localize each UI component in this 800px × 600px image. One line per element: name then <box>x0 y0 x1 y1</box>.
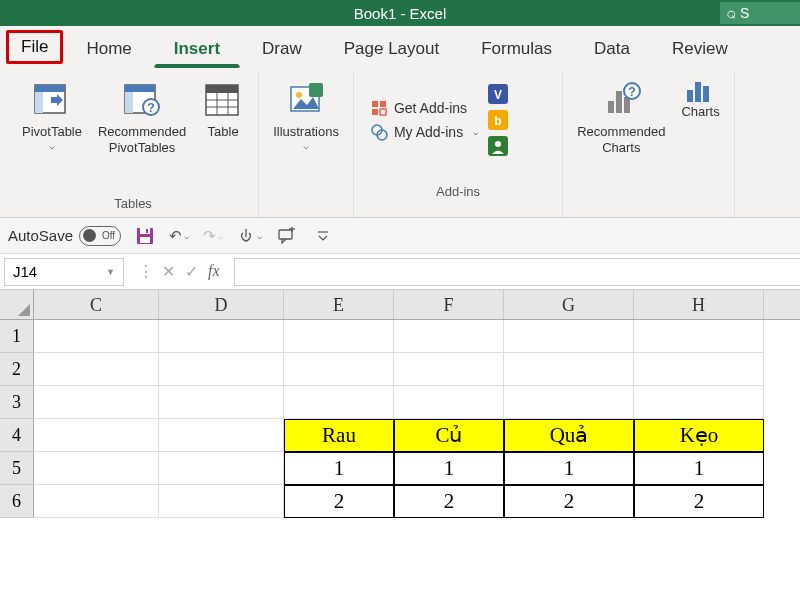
visio-icon[interactable]: V <box>488 84 508 104</box>
illustrations-icon <box>285 76 327 124</box>
search-box[interactable]: S <box>720 2 800 24</box>
bing-icon[interactable]: b <box>488 110 508 130</box>
svg-text:?: ? <box>628 84 636 99</box>
recommended-pivot-icon: ? <box>121 76 163 124</box>
cell[interactable] <box>284 386 394 419</box>
cell[interactable]: 1 <box>634 452 764 485</box>
tab-file[interactable]: File <box>6 30 63 64</box>
recommended-pivottables-button[interactable]: ? Recommended PivotTables <box>94 72 190 159</box>
cell[interactable] <box>34 419 159 452</box>
cancel-icon[interactable]: ✕ <box>162 262 175 281</box>
cell[interactable] <box>159 353 284 386</box>
cell[interactable] <box>34 353 159 386</box>
undo-button[interactable]: ↶⌵ <box>169 227 189 245</box>
fx-label[interactable]: fx <box>208 262 220 281</box>
get-addins-button[interactable]: Get Add-ins <box>370 99 478 117</box>
cell[interactable]: 2 <box>284 485 394 518</box>
formula-bar: J14▼ ⋮ ✕ ✓ fx <box>0 254 800 290</box>
cell[interactable] <box>159 386 284 419</box>
cell[interactable]: 1 <box>394 452 504 485</box>
dots-icon: ⋮ <box>138 262 152 281</box>
svg-rect-35 <box>695 82 701 102</box>
cell[interactable] <box>34 485 159 518</box>
ribbon-group-charts: ? Recommended Charts Charts <box>563 72 734 217</box>
name-box[interactable]: J14▼ <box>4 258 124 286</box>
tab-review[interactable]: Review <box>651 26 749 68</box>
cell[interactable]: Kẹo <box>634 419 764 452</box>
redo-button[interactable]: ↷⌵ <box>203 227 223 245</box>
touch-button[interactable]: ⌵ <box>237 227 262 245</box>
cell[interactable] <box>34 386 159 419</box>
qat-customize-button[interactable] <box>316 229 330 243</box>
svg-rect-34 <box>687 90 693 102</box>
app-title: Book1 - Excel <box>354 5 447 22</box>
cell[interactable] <box>394 320 504 353</box>
tab-draw[interactable]: Draw <box>241 26 323 68</box>
svg-rect-41 <box>279 230 292 239</box>
comment-button[interactable] <box>276 227 296 245</box>
cell[interactable] <box>34 320 159 353</box>
cell[interactable] <box>159 419 284 452</box>
save-button[interactable] <box>135 226 155 246</box>
row-header[interactable]: 1 <box>0 320 34 353</box>
col-header[interactable]: C <box>34 290 159 319</box>
table-button[interactable]: Table <box>198 72 248 144</box>
select-all-corner[interactable] <box>0 290 34 320</box>
autosave-toggle[interactable]: AutoSave <box>8 226 121 246</box>
cell[interactable] <box>634 386 764 419</box>
cell[interactable] <box>504 353 634 386</box>
cell[interactable] <box>634 353 764 386</box>
cell[interactable] <box>159 320 284 353</box>
col-header[interactable]: F <box>394 290 504 319</box>
illustrations-button[interactable]: Illustrations⌵ <box>269 72 343 155</box>
tab-home[interactable]: Home <box>65 26 152 68</box>
tab-data[interactable]: Data <box>573 26 651 68</box>
quick-access-toolbar: AutoSave ↶⌵ ↷⌵ ⌵ <box>0 218 800 254</box>
col-header[interactable]: D <box>159 290 284 319</box>
row-header[interactable]: 4 <box>0 419 34 452</box>
cell[interactable]: 1 <box>504 452 634 485</box>
cell[interactable]: 2 <box>394 485 504 518</box>
spreadsheet-grid[interactable]: C D E F G H 1 2 3 4RauCủQuảKẹo 51111 622… <box>0 290 800 518</box>
my-addins-button[interactable]: My Add-ins⌵ <box>370 123 478 141</box>
cell[interactable] <box>394 386 504 419</box>
svg-rect-40 <box>140 237 150 243</box>
cell[interactable] <box>394 353 504 386</box>
recommended-charts-button[interactable]: ? Recommended Charts <box>573 72 669 159</box>
cell[interactable]: 1 <box>284 452 394 485</box>
cell[interactable] <box>504 386 634 419</box>
svg-text:V: V <box>494 88 502 102</box>
row-header[interactable]: 3 <box>0 386 34 419</box>
col-header[interactable]: E <box>284 290 394 319</box>
people-icon[interactable] <box>488 136 508 156</box>
cell[interactable] <box>634 320 764 353</box>
cell[interactable]: 2 <box>504 485 634 518</box>
cell[interactable] <box>284 353 394 386</box>
svg-rect-29 <box>608 101 614 113</box>
cell[interactable] <box>159 452 284 485</box>
cell[interactable] <box>284 320 394 353</box>
cell[interactable]: Củ <box>394 419 504 452</box>
svg-rect-39 <box>146 229 148 233</box>
tab-page-layout[interactable]: Page Layout <box>323 26 460 68</box>
cell[interactable] <box>159 485 284 518</box>
cell[interactable]: Rau <box>284 419 394 452</box>
cell[interactable]: Quả <box>504 419 634 452</box>
ribbon-group-tables: PivotTable⌵ ? Recommended PivotTables Ta… <box>8 72 259 217</box>
svg-text:?: ? <box>147 100 155 115</box>
row-header[interactable]: 5 <box>0 452 34 485</box>
tab-formulas[interactable]: Formulas <box>460 26 573 68</box>
pivottable-button[interactable]: PivotTable⌵ <box>18 72 86 155</box>
formula-input[interactable] <box>234 258 800 286</box>
col-header[interactable]: G <box>504 290 634 319</box>
col-header[interactable]: H <box>634 290 764 319</box>
cell[interactable] <box>504 320 634 353</box>
cell[interactable] <box>34 452 159 485</box>
ribbon-tabs: File Home Insert Draw Page Layout Formul… <box>0 26 800 68</box>
enter-icon[interactable]: ✓ <box>185 262 198 281</box>
tab-insert[interactable]: Insert <box>153 26 241 68</box>
cell[interactable]: 2 <box>634 485 764 518</box>
row-header[interactable]: 2 <box>0 353 34 386</box>
charts-button[interactable]: Charts <box>677 72 723 124</box>
row-header[interactable]: 6 <box>0 485 34 518</box>
